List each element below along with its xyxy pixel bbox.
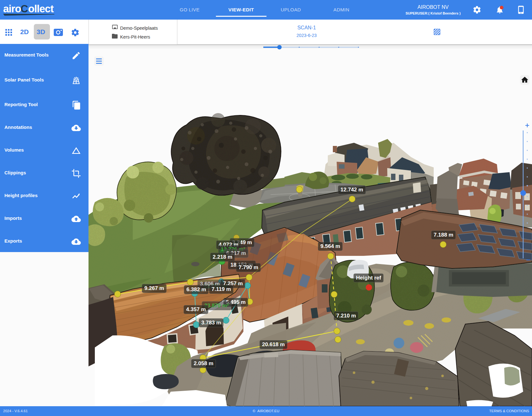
svg-text:ollect: ollect — [28, 3, 54, 15]
svg-text:airo: airo — [3, 3, 21, 15]
svg-text:C: C — [21, 3, 28, 15]
